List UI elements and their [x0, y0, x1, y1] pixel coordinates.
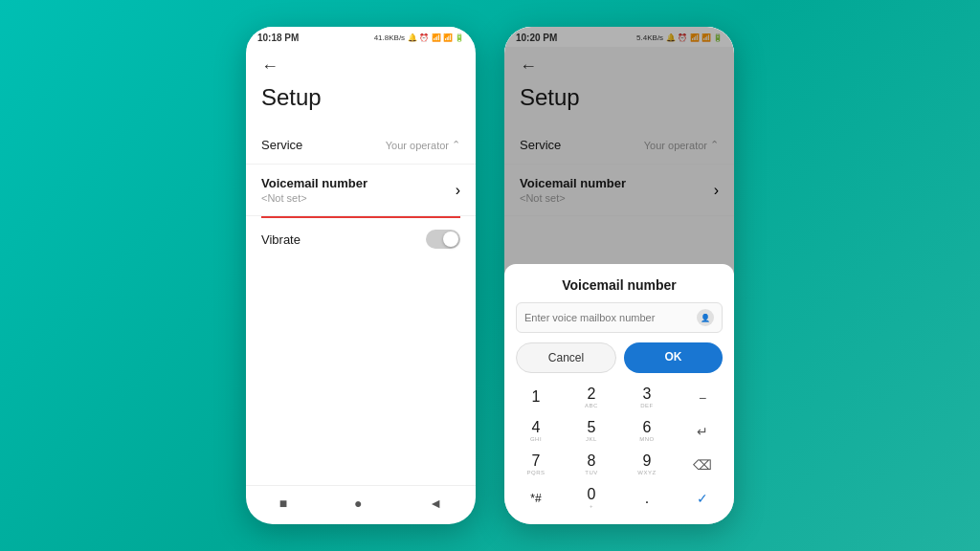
key-8[interactable]: 8 TUV	[564, 448, 619, 481]
key-1[interactable]: 1	[508, 381, 564, 414]
back-icon-1[interactable]: ◄	[429, 496, 442, 511]
key-dot[interactable]: .	[619, 481, 675, 515]
vibrate-toggle-1[interactable]	[426, 230, 460, 249]
key-6[interactable]: 6 MNO	[619, 414, 675, 448]
cancel-button[interactable]: Cancel	[516, 342, 616, 373]
dialog-input-row[interactable]: 👤	[516, 302, 723, 333]
screen-content-1: ← Setup Service Your operator ⌃ Voicemai…	[246, 47, 476, 485]
key-9[interactable]: 9 WXYZ	[619, 448, 675, 481]
voicemail-info-1: Voicemail number <Not set>	[261, 176, 368, 204]
home-icon-1[interactable]: ●	[354, 496, 362, 511]
voicemail-row-1[interactable]: Voicemail number <Not set> ›	[246, 165, 476, 216]
phone-1: 10:18 PM 41.8KB/s 🔔 ⏰ 📶 📶 🔋 ← Setup Serv…	[246, 27, 476, 524]
key-star-hash[interactable]: *#	[508, 481, 564, 515]
voicemail-title-1: Voicemail number	[261, 176, 368, 190]
backspace-button[interactable]: ⌫	[675, 448, 730, 481]
key-5[interactable]: 5 JKL	[564, 414, 619, 448]
confirm-button[interactable]: ✓	[675, 481, 730, 515]
bottom-nav-1: ■ ● ◄	[246, 485, 476, 524]
service-label-1: Service	[261, 138, 302, 152]
key-0[interactable]: 0 +	[564, 481, 619, 515]
vibrate-label-1: Vibrate	[261, 232, 301, 247]
back-button-1[interactable]: ←	[246, 47, 476, 80]
keypad: 1 2 ABC 3 DEF − 4 GHI 5 JKL	[508, 381, 730, 515]
key-minus[interactable]: −	[675, 381, 730, 414]
key-3[interactable]: 3 DEF	[619, 381, 675, 414]
status-bar-1: 10:18 PM 41.8KB/s 🔔 ⏰ 📶 📶 🔋	[246, 27, 476, 47]
key-2[interactable]: 2 ABC	[564, 381, 619, 414]
stop-icon-1[interactable]: ■	[279, 496, 287, 511]
service-row-1[interactable]: Service Your operator ⌃	[246, 126, 476, 165]
dialog-buttons: Cancel OK	[516, 342, 723, 373]
key-4[interactable]: 4 GHI	[508, 414, 564, 448]
contact-icon[interactable]: 👤	[697, 309, 714, 326]
key-7[interactable]: 7 PQRS	[508, 448, 564, 481]
chevron-right-icon-1: ›	[456, 182, 460, 199]
status-icons-1: 41.8KB/s 🔔 ⏰ 📶 📶 🔋	[374, 33, 464, 42]
screen-title-1: Setup	[246, 80, 476, 126]
dialog-title: Voicemail number	[504, 264, 734, 302]
key-enter[interactable]: ↵	[675, 414, 730, 448]
phone-2: 10:20 PM 5.4KB/s 🔔 ⏰ 📶 📶 🔋 ← Setup Servi…	[504, 27, 734, 524]
ok-button[interactable]: OK	[624, 342, 723, 373]
service-value-1: Your operator ⌃	[386, 139, 460, 151]
voicemail-subtitle-1: <Not set>	[261, 192, 368, 204]
time-1: 10:18 PM	[257, 33, 299, 43]
voicemail-input[interactable]	[524, 312, 697, 323]
vibrate-row-1[interactable]: Vibrate	[246, 218, 476, 260]
voicemail-dialog: Voicemail number 👤 Cancel OK 1 2 ABC 3 D…	[504, 264, 734, 524]
